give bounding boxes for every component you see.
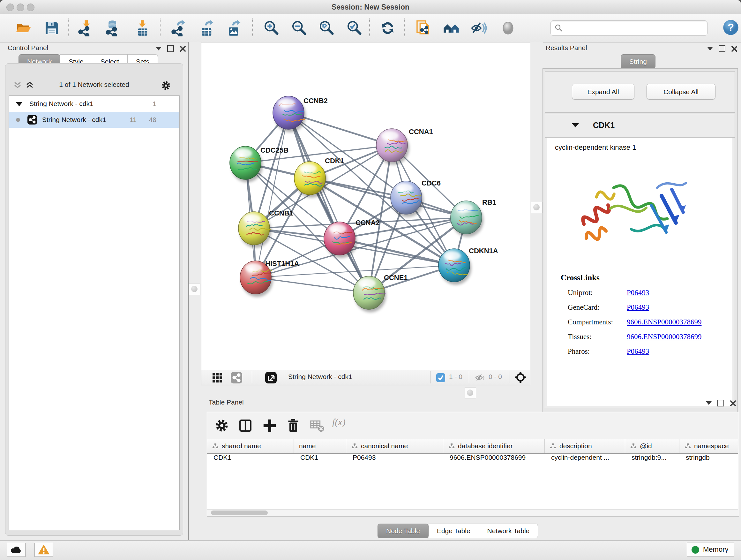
cell-namespace[interactable]: stringdb	[679, 454, 738, 465]
column-header-name[interactable]: name	[294, 439, 346, 453]
export-network-icon[interactable]	[171, 20, 187, 37]
node-CCNA2[interactable]	[324, 222, 357, 258]
zoom-selected-icon[interactable]	[346, 20, 362, 37]
column-header-canonical-name[interactable]: canonical name	[346, 439, 443, 453]
show-columns-icon[interactable]	[238, 418, 253, 433]
node-CDC25B[interactable]	[230, 146, 263, 182]
help-icon[interactable]: ?	[723, 19, 739, 36]
network-view-toolbar: String Network - cdk1 1 - 0 0 - 0	[201, 370, 530, 385]
edge-CCNB2-CCNE1[interactable]	[288, 113, 369, 293]
section-expander-icon[interactable]	[572, 123, 579, 127]
toolbar-separator	[404, 18, 405, 38]
save-session-icon[interactable]	[44, 20, 60, 37]
panel-float-icon[interactable]	[719, 45, 725, 52]
title-bar: Session: New Session	[0, 0, 741, 14]
node-CDK1[interactable]	[294, 162, 327, 198]
open-session-icon[interactable]	[15, 20, 32, 37]
detach-view-icon[interactable]	[265, 372, 277, 383]
panel-close-icon[interactable]	[730, 400, 736, 407]
search-input[interactable]	[565, 22, 704, 34]
column-header-@id[interactable]: @id	[625, 439, 679, 453]
network-view[interactable]: CCNB2CCNA1CDC25BCDK1CDC6RB1CCNB1CCNA2CDK…	[201, 42, 531, 385]
table-row[interactable]: CDK1CDK1P064939606.ENSP00000378699cyclin…	[207, 454, 738, 465]
birds-eye-crosshair-icon[interactable]	[515, 372, 526, 383]
crosslink-link[interactable]: P06493	[627, 348, 649, 356]
tab-network-table[interactable]: Network Table	[479, 523, 538, 538]
delete-column-icon[interactable]	[286, 418, 301, 433]
apply-layout-icon[interactable]	[380, 20, 396, 37]
new-network-from-selection-icon[interactable]	[415, 20, 432, 37]
network-collection-row[interactable]: String Network - cdk1 1	[9, 96, 179, 112]
left-splitter-handle[interactable]	[189, 284, 200, 295]
column-header-description[interactable]: description	[545, 439, 625, 453]
crosslink-link[interactable]: 9606.ENSP00000378699	[627, 333, 702, 341]
network-canvas[interactable]: CCNB2CCNA1CDC25BCDK1CDC6RB1CCNB1CCNA2CDK…	[201, 43, 530, 370]
node-section-header[interactable]: CDK1	[545, 114, 735, 138]
network-view-share-icon[interactable]	[231, 372, 242, 383]
cell-@id[interactable]: stringdb:9...	[625, 454, 679, 465]
selected-checkbox-icon[interactable]	[436, 373, 445, 382]
node-label-HIST1H1A: HIST1H1A	[265, 260, 299, 267]
network-tree: String Network - cdk1 1 String Network -…	[9, 96, 180, 530]
import-network-icon[interactable]	[77, 20, 94, 37]
panel-float-icon[interactable]	[167, 45, 174, 52]
cell-shared-name[interactable]: CDK1	[207, 454, 294, 465]
cloud-status-button[interactable]	[7, 543, 25, 557]
grid-view-icon[interactable]	[212, 373, 222, 383]
node-CCNE1[interactable]	[353, 276, 386, 312]
export-image-icon[interactable]	[226, 20, 242, 37]
tab-edge-table[interactable]: Edge Table	[428, 523, 479, 538]
table-horizontal-scrollbar[interactable]	[207, 509, 738, 516]
node-label-CCNA2: CCNA2	[355, 219, 380, 227]
import-network-from-database-icon[interactable]	[104, 20, 121, 37]
protein-structure-image	[566, 158, 706, 269]
crosslink-link[interactable]: 9606.ENSP00000378699	[627, 318, 702, 326]
zoom-in-icon[interactable]	[263, 20, 280, 37]
panel-menu-icon[interactable]	[707, 47, 713, 51]
node-CCNA1[interactable]	[376, 129, 409, 165]
panel-menu-icon[interactable]	[156, 47, 161, 51]
export-table-icon[interactable]	[199, 20, 215, 37]
edge-CCNB2-HIST1H1A[interactable]	[256, 113, 288, 277]
scrollbar-thumb[interactable]	[211, 510, 268, 515]
table-options-gear-icon[interactable]	[214, 418, 229, 433]
cell-database-identifier[interactable]: 9606.ENSP00000378699	[443, 454, 545, 465]
panel-close-icon[interactable]	[180, 46, 186, 52]
cell-name[interactable]: CDK1	[294, 454, 346, 465]
collapse-all-button[interactable]: Collapse All	[647, 84, 716, 100]
tab-node-table[interactable]: Node Table	[378, 523, 428, 538]
node-CCNB2[interactable]	[273, 96, 306, 132]
panel-close-icon[interactable]	[731, 46, 738, 52]
panel-menu-icon[interactable]	[706, 401, 712, 405]
collection-expander-icon[interactable]	[16, 102, 22, 106]
results-panel-header-icons	[707, 45, 738, 52]
create-column-icon[interactable]	[262, 418, 277, 433]
column-header-database-identifier[interactable]: database identifier	[443, 439, 545, 453]
panel-float-icon[interactable]	[718, 400, 724, 407]
toolbar-separator	[510, 371, 510, 383]
crosslink-row: GeneCard:P06493	[568, 303, 732, 312]
node-CDKN1A[interactable]	[439, 249, 471, 285]
zoom-fit-icon[interactable]	[318, 20, 335, 37]
network-row[interactable]: String Network - cdk1 11 48	[9, 112, 179, 128]
search-field[interactable]	[550, 20, 708, 36]
expand-all-button[interactable]: Expand All	[572, 84, 634, 100]
column-header-namespace[interactable]: namespace	[679, 439, 738, 453]
show-all-icon-disabled[interactable]	[500, 20, 516, 37]
cell-description[interactable]: cyclin-dependent ...	[545, 454, 625, 465]
warnings-button[interactable]	[35, 543, 53, 557]
cell-canonical-name[interactable]: P06493	[346, 454, 443, 465]
tab-string[interactable]: String	[621, 54, 656, 69]
string-results-container: Expand All Collapse All CDK1 cyclin-depe…	[542, 68, 738, 413]
svg-text:?: ?	[728, 21, 734, 33]
zoom-out-icon[interactable]	[291, 20, 307, 37]
node-RB1[interactable]	[451, 201, 483, 237]
hide-selected-icon[interactable]	[470, 20, 487, 37]
import-table-icon[interactable]	[134, 20, 151, 37]
first-neighbors-icon[interactable]	[443, 20, 460, 37]
column-header-shared-name[interactable]: shared name	[207, 439, 294, 453]
memory-button[interactable]: Memory	[687, 542, 734, 557]
network-options-gear-icon[interactable]	[160, 80, 172, 91]
crosslink-link[interactable]: P06493	[627, 289, 649, 297]
crosslink-link[interactable]: P06493	[627, 303, 649, 312]
